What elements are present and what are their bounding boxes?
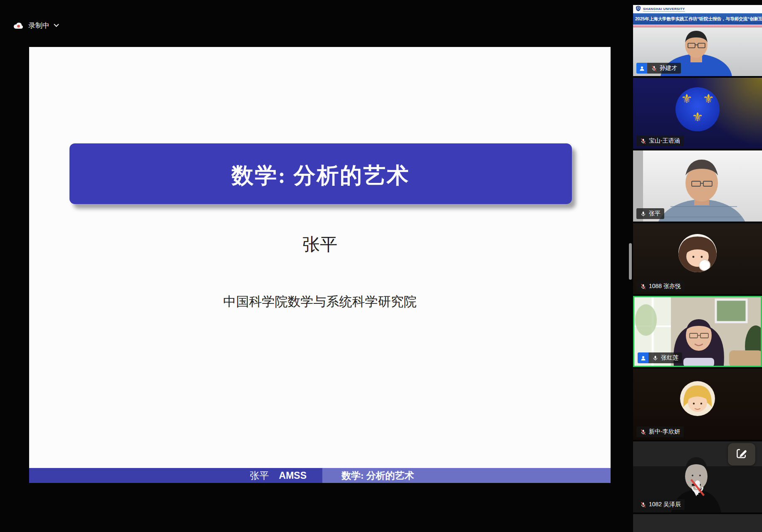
mic-on-icon xyxy=(640,211,646,217)
pen-icon xyxy=(735,447,748,461)
slide-footer: 张平 AMSS 数学: 分析的艺术 xyxy=(29,468,611,483)
participant-name: 张平 xyxy=(649,210,661,217)
participant-nameplate: 宝山-王语涵 xyxy=(636,135,684,146)
participant-name: 孙建才 xyxy=(660,64,677,72)
participant-name: 张红莲 xyxy=(661,354,678,362)
avatar xyxy=(678,234,717,272)
shared-slide: 数学: 分析的艺术 张平 中国科学院数学与系统科学研究院 张平 AMSS 数学:… xyxy=(29,47,611,483)
slide-footer-right: 数学: 分析的艺术 xyxy=(322,468,611,483)
participant-name: 1088 张亦悦 xyxy=(649,283,681,290)
footer-affiliation: AMSS xyxy=(279,470,307,481)
event-banner-text: 2025年上海大学数学实践工作坊“听院士报告，与导师交流“创新互活动 xyxy=(633,16,762,22)
host-badge-icon xyxy=(636,63,647,74)
participant-nameplate: 孙建才 xyxy=(636,63,681,74)
participant-name: 宝山-王语涵 xyxy=(649,137,680,145)
university-shield-icon xyxy=(636,5,641,13)
participant-tile-2[interactable]: ⚜ ⚜ ⚜ 宝山-王语涵 xyxy=(633,78,762,149)
slide-institution: 中国科学院数学与系统科学研究院 xyxy=(29,293,611,310)
meeting-window: 录制中 数学: 分析的艺术 张平 中国科学院数学与系统科学研究院 张平 AMSS… xyxy=(0,0,762,532)
participant-nameplate: 张红莲 xyxy=(638,352,682,363)
participant-name: 1082 吴泽辰 xyxy=(649,501,681,508)
fleur-de-lis-icon: ⚜ xyxy=(681,92,693,105)
participant-nameplate: 张平 xyxy=(636,208,664,219)
participant-name: 新中-李欣妍 xyxy=(649,428,680,436)
participant-tile-3[interactable]: 张平 xyxy=(633,150,762,222)
recording-indicator[interactable]: 录制中 xyxy=(12,20,59,31)
participant-nameplate: 1082 吴泽辰 xyxy=(636,499,685,510)
recording-label: 录制中 xyxy=(28,21,49,30)
participant-tile-6[interactable]: 新中-李欣妍 xyxy=(633,369,762,440)
muted-overlay-icon xyxy=(688,478,707,499)
participant-tile-8[interactable] xyxy=(633,514,762,532)
slide-footer-left: 张平 AMSS xyxy=(29,468,322,483)
mic-muted-icon xyxy=(640,138,646,144)
participant-tile-1[interactable]: SHANGHAI UNIVERSITY 2025年上海大学数学实践工作坊“听院士… xyxy=(633,5,762,76)
annotation-pen-button[interactable] xyxy=(728,443,755,466)
fleur-de-lis-icon: ⚜ xyxy=(692,111,703,123)
host-badge-icon xyxy=(638,352,648,363)
slide-author: 张平 xyxy=(29,233,611,256)
footer-title: 数学: 分析的艺术 xyxy=(341,469,414,482)
mic-muted-icon xyxy=(651,65,657,71)
avatar-flag: ⚜ ⚜ ⚜ xyxy=(675,87,720,131)
cloud-recording-icon xyxy=(12,21,24,30)
slide-title: 数学: 分析的艺术 xyxy=(232,161,410,191)
fleur-de-lis-icon: ⚜ xyxy=(703,92,714,105)
university-name: SHANGHAI UNIVERSITY xyxy=(643,7,685,12)
event-banner: 2025年上海大学数学实践工作坊“听院士报告，与导师交流“创新互活动 xyxy=(633,13,762,25)
mic-muted-icon xyxy=(640,283,646,290)
banner-accent-strip xyxy=(633,25,762,27)
participants-sidebar: SHANGHAI UNIVERSITY 2025年上海大学数学实践工作坊“听院士… xyxy=(633,0,762,532)
slide-title-banner: 数学: 分析的艺术 xyxy=(69,143,572,204)
participant-tile-5[interactable]: 张红莲 xyxy=(633,296,762,367)
participant-nameplate: 新中-李欣妍 xyxy=(636,426,684,437)
mic-on-icon xyxy=(652,355,658,361)
chevron-down-icon[interactable] xyxy=(54,24,59,27)
participant-nameplate: 1088 张亦悦 xyxy=(636,281,685,292)
participant-tile-4[interactable]: 1088 张亦悦 xyxy=(633,223,762,294)
footer-author: 张平 xyxy=(250,469,269,482)
mic-muted-icon xyxy=(640,502,646,508)
university-header: SHANGHAI UNIVERSITY xyxy=(633,5,762,13)
avatar xyxy=(680,381,715,416)
mic-muted-icon xyxy=(640,429,646,435)
sidebar-scrollbar[interactable] xyxy=(629,243,632,280)
